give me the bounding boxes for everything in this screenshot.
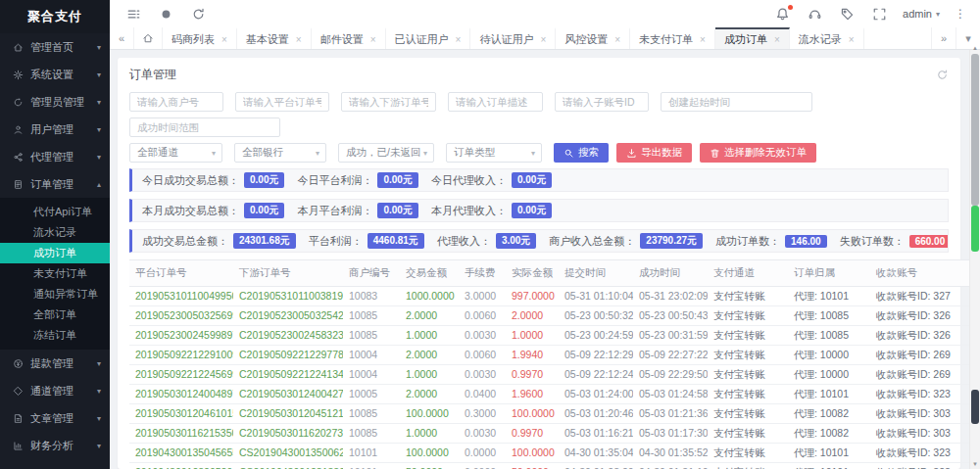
card-refresh-icon[interactable] xyxy=(936,69,949,81)
tab-close-icon[interactable]: × xyxy=(849,34,855,45)
input-downstream-order-no[interactable] xyxy=(341,92,436,112)
tab-success-orders[interactable]: 成功订单× xyxy=(715,27,790,49)
tab-close-icon[interactable]: × xyxy=(370,34,376,45)
cell-platform-order-no[interactable]: 20190430012820529910 xyxy=(129,463,233,469)
notifications-bell-icon[interactable] xyxy=(775,7,790,22)
vertical-scrollbar[interactable]: ▲ ▼ xyxy=(969,50,980,469)
cell-platform-order-no[interactable]: 20190523005032569953 xyxy=(129,306,233,326)
home-tab-icon[interactable] xyxy=(134,27,163,49)
tab-close-icon[interactable]: × xyxy=(221,34,227,45)
input-merchant-no[interactable] xyxy=(129,92,223,112)
sidebar-item-order-manage[interactable]: 订单管理▴ xyxy=(0,170,110,198)
user-menu[interactable]: admin ▾ xyxy=(903,8,940,20)
scrollbar-down-arrow[interactable]: ▼ xyxy=(970,460,980,469)
sidebar-item-user-manage[interactable]: 用户管理▾ xyxy=(0,116,110,143)
cell-downstream-order-no[interactable]: C20190509221224134469 xyxy=(233,365,343,385)
tab-close-icon[interactable]: × xyxy=(456,34,462,45)
sidebar-item-withdraw-manage[interactable]: 提款管理▾ xyxy=(0,350,110,377)
tab-close-icon[interactable]: × xyxy=(774,34,780,45)
sidebar-item-channel-manage[interactable]: 通道管理▾ xyxy=(0,377,110,404)
tab-pending-users[interactable]: 待认证用户× xyxy=(470,27,556,49)
scrollbar-up-arrow[interactable]: ▲ xyxy=(970,44,980,53)
table-row: 20190430013504565557CS20190430013500626.… xyxy=(129,444,972,463)
fullscreen-icon[interactable] xyxy=(872,7,887,22)
refresh-page-icon[interactable] xyxy=(191,7,206,22)
menu-toggle-icon[interactable] xyxy=(126,7,141,22)
cell-submit-time: 05-09 22:12:24 xyxy=(559,365,633,385)
cell-platform-order-no[interactable]: 20190503011621535010 xyxy=(129,424,233,444)
admin-icon xyxy=(13,97,24,108)
cell-platform-order-no[interactable]: 20190509221229100995 xyxy=(129,346,233,365)
cell-platform-order-no[interactable]: 20190523002459989752 xyxy=(129,326,233,346)
search-button[interactable]: 搜索 xyxy=(554,143,609,163)
tab-close-icon[interactable]: × xyxy=(700,34,706,45)
cell-downstream-order-no[interactable]: C20190531011003819055 xyxy=(233,287,343,306)
submenu-item-success-orders[interactable]: 成功订单 xyxy=(0,243,110,263)
tab-risk-settings[interactable]: 风控设置× xyxy=(556,27,630,49)
cell-downstream-order-no[interactable]: C20190503012400427722 xyxy=(233,385,343,404)
cell-downstream-order-no[interactable]: C20190523002458323764 xyxy=(233,326,343,346)
input-create-start-time[interactable] xyxy=(661,92,812,112)
more-options-icon[interactable]: ⋮ xyxy=(955,7,966,21)
tabs-scroll-right[interactable]: » xyxy=(931,27,956,49)
chevron-up-icon: ▴ xyxy=(97,180,101,189)
cell-receive-account: 收款账号ID: 269 xyxy=(870,346,972,365)
cell-downstream-order-no[interactable]: CS20190430013500626... xyxy=(233,444,343,463)
tab-close-icon[interactable]: × xyxy=(614,34,620,45)
cell-downstream-order-no[interactable]: C20190503012045121203 xyxy=(233,404,343,424)
tab-mail-settings[interactable]: 邮件设置× xyxy=(312,27,386,49)
submenu-item-api-pay-orders[interactable]: 代付Api订单 xyxy=(0,202,110,222)
tab-close-icon[interactable]: × xyxy=(540,34,546,45)
submenu-item-frozen-orders[interactable]: 冻结订单 xyxy=(0,325,110,346)
input-order-desc[interactable] xyxy=(448,92,543,112)
tab-basic-settings[interactable]: 基本设置× xyxy=(237,27,312,49)
cell-pay-channel: 支付宝转账 xyxy=(708,326,788,346)
cell-success-time: 05-23 00:31:59 xyxy=(633,326,708,346)
tab-flow-records[interactable]: 流水记录× xyxy=(790,27,864,49)
submenu-item-flow-records[interactable]: 流水记录 xyxy=(0,222,110,243)
sidebar-item-agent-manage[interactable]: 代理管理▾ xyxy=(0,143,110,170)
cell-platform-order-no[interactable]: 20190503012400489754 xyxy=(129,385,233,404)
tab-verified-users[interactable]: 已认证用户× xyxy=(386,27,471,49)
delete-invalid-orders-button[interactable]: 选择删除无效订单 xyxy=(700,143,816,163)
sidebar-item-home[interactable]: 管理首页▾ xyxy=(0,33,110,61)
tab-unpaid-orders[interactable]: 未支付订单× xyxy=(630,27,715,49)
submenu-item-notify-error-orders[interactable]: 通知异常订单 xyxy=(0,284,110,305)
tabs-scroll-left[interactable]: « xyxy=(110,27,134,49)
cell-platform-order-no[interactable]: 20190509221224569998 xyxy=(129,365,233,385)
withdraw-icon xyxy=(13,358,24,369)
select-bank[interactable]: 全部银行▾ xyxy=(234,143,326,163)
sidebar-item-finance-analysis[interactable]: 财务分析▾ xyxy=(0,432,110,459)
tab-merchant-list[interactable]: 码商列表× xyxy=(163,27,237,49)
stat-value-badge: 0.00元 xyxy=(244,203,284,218)
cell-submit-time: 05-03 01:16:21 xyxy=(559,424,633,444)
sidebar-item-admin-manage[interactable]: 管理员管理▾ xyxy=(0,88,110,116)
channel-icon xyxy=(13,386,24,397)
cell-platform-order-no[interactable]: 20190430013504565557 xyxy=(129,444,233,463)
tag-icon[interactable] xyxy=(840,7,855,22)
sidebar-item-article-manage[interactable]: 文章管理▾ xyxy=(0,404,110,432)
input-success-time-range[interactable] xyxy=(129,117,280,137)
status-dot-icon[interactable] xyxy=(159,7,173,22)
select-value: 成功，已/未返回 xyxy=(346,146,420,160)
select-status[interactable]: 成功，已/未返回▾ xyxy=(338,143,434,163)
cell-platform-order-no[interactable]: 20190503012046101519 xyxy=(129,404,233,424)
customer-service-icon[interactable] xyxy=(808,7,822,22)
select-channel[interactable]: 全部通道▾ xyxy=(129,143,222,163)
sidebar-item-system-settings[interactable]: 系统设置▾ xyxy=(0,61,110,88)
export-data-button[interactable]: 导出数据 xyxy=(616,143,692,163)
stat-value-badge: 23790.27元 xyxy=(640,233,703,249)
input-platform-order-no[interactable] xyxy=(235,92,329,112)
cell-downstream-order-no[interactable]: CS20190430012818325... xyxy=(233,463,343,469)
stat-label: 今日成功交易总额： xyxy=(142,173,239,188)
cell-downstream-order-no[interactable]: C20190509221229778460 xyxy=(233,346,343,365)
scrollbar-thumb[interactable] xyxy=(971,54,979,206)
submenu-item-all-orders[interactable]: 全部订单 xyxy=(0,305,110,325)
select-order-type[interactable]: 订单类型▾ xyxy=(446,143,542,163)
cell-downstream-order-no[interactable]: C20190503011620273638 xyxy=(233,424,343,444)
cell-platform-order-no[interactable]: 20190531011004995057 xyxy=(129,287,233,306)
cell-downstream-order-no[interactable]: C20190523005032542611 xyxy=(233,306,343,326)
tab-close-icon[interactable]: × xyxy=(296,34,302,45)
submenu-item-unpaid-orders[interactable]: 未支付订单 xyxy=(0,263,110,284)
input-sub-account-id[interactable] xyxy=(555,92,649,112)
